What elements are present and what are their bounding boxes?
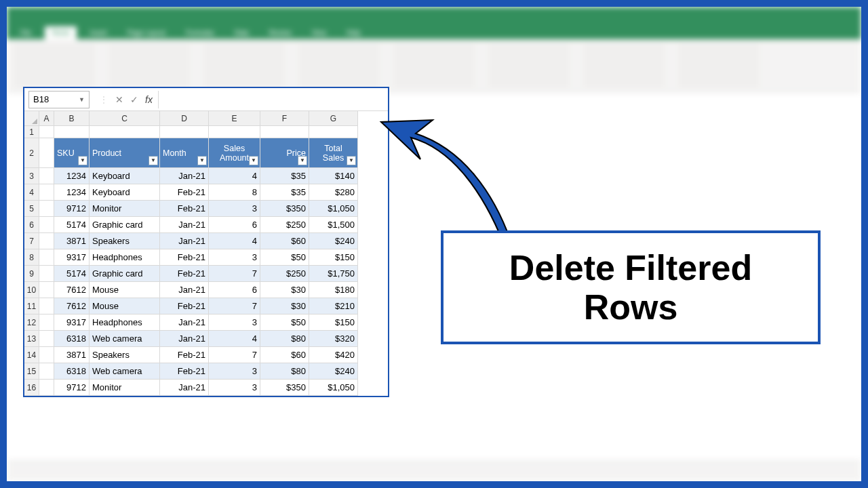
cell-amount[interactable]: 6: [209, 282, 260, 298]
cell[interactable]: [39, 347, 54, 363]
cell-amount[interactable]: 7: [209, 266, 260, 282]
cell-product[interactable]: Keyboard: [90, 168, 160, 184]
cell[interactable]: [39, 233, 54, 249]
cell-price[interactable]: $60: [260, 347, 309, 363]
cell-sku[interactable]: 6318: [54, 363, 90, 380]
tab-insert[interactable]: Insert: [83, 26, 114, 39]
cell-total[interactable]: $420: [309, 347, 358, 363]
cell-total[interactable]: $320: [309, 331, 358, 347]
row-header[interactable]: 14: [24, 347, 39, 363]
tab-view[interactable]: View: [305, 26, 334, 39]
row-header[interactable]: 2: [24, 138, 39, 168]
tab-help[interactable]: Help: [340, 26, 368, 39]
cell-price[interactable]: $250: [260, 217, 309, 233]
cell-month[interactable]: Jan-21: [160, 233, 209, 249]
cell-month[interactable]: Feb-21: [160, 201, 209, 217]
tab-formulas[interactable]: Formulas: [179, 26, 221, 39]
cell-amount[interactable]: 7: [209, 298, 260, 314]
cell-month[interactable]: Feb-21: [160, 347, 209, 363]
name-box-dropdown-icon[interactable]: ▼: [79, 96, 85, 103]
row-header[interactable]: 7: [24, 233, 39, 249]
cell-product[interactable]: Speakers: [90, 233, 160, 249]
tab-data[interactable]: Data: [228, 26, 256, 39]
cell-price[interactable]: $60: [260, 233, 309, 249]
cell[interactable]: [39, 266, 54, 282]
cell-total[interactable]: $1,050: [309, 380, 358, 396]
row-header[interactable]: 9: [24, 266, 39, 282]
cell-price[interactable]: $50: [260, 314, 309, 331]
cell-sku[interactable]: 5174: [54, 217, 90, 233]
col-header-f[interactable]: F: [260, 111, 309, 126]
row-header[interactable]: 12: [24, 314, 39, 331]
cell[interactable]: [160, 126, 209, 138]
cell-total[interactable]: $1,750: [309, 266, 358, 282]
col-header-b[interactable]: B: [54, 111, 90, 126]
row-header[interactable]: 4: [24, 184, 39, 201]
cell-amount[interactable]: 6: [209, 217, 260, 233]
cell-sku[interactable]: 1234: [54, 168, 90, 184]
row-header[interactable]: 13: [24, 331, 39, 347]
cell-product[interactable]: Speakers: [90, 347, 160, 363]
fx-icon[interactable]: fx: [145, 94, 153, 105]
cell-price[interactable]: $80: [260, 363, 309, 380]
row-header[interactable]: 16: [24, 380, 39, 396]
cell[interactable]: [39, 201, 54, 217]
col-header-e[interactable]: E: [209, 111, 260, 126]
filter-dropdown-icon[interactable]: ▼: [197, 156, 207, 165]
cell-amount[interactable]: 8: [209, 184, 260, 201]
cell[interactable]: [39, 138, 54, 168]
col-header-a[interactable]: A: [39, 111, 54, 126]
cell[interactable]: [39, 331, 54, 347]
col-header-c[interactable]: C: [90, 111, 160, 126]
cell-month[interactable]: Jan-21: [160, 168, 209, 184]
tab-review[interactable]: Review: [262, 26, 298, 39]
cell[interactable]: [39, 184, 54, 201]
cell-product[interactable]: Mouse: [90, 282, 160, 298]
cell-month[interactable]: Jan-21: [160, 282, 209, 298]
header-product[interactable]: Product ▼: [90, 138, 160, 168]
cell-sku[interactable]: 9712: [54, 201, 90, 217]
col-header-d[interactable]: D: [160, 111, 209, 126]
header-total-sales[interactable]: Total Sales ▼: [309, 138, 358, 168]
cell[interactable]: [54, 126, 90, 138]
cell-month[interactable]: Jan-21: [160, 217, 209, 233]
cell-month[interactable]: Feb-21: [160, 298, 209, 314]
cell-amount[interactable]: 4: [209, 233, 260, 249]
filter-dropdown-icon[interactable]: ▼: [149, 156, 158, 165]
cell-product[interactable]: Web camera: [90, 363, 160, 380]
cell-product[interactable]: Graphic card: [90, 266, 160, 282]
filter-dropdown-icon[interactable]: ▼: [249, 156, 258, 165]
cell-price[interactable]: $80: [260, 331, 309, 347]
filter-dropdown-icon[interactable]: ▼: [347, 156, 356, 165]
cell-total[interactable]: $240: [309, 363, 358, 380]
cell-month[interactable]: Feb-21: [160, 249, 209, 266]
cell-price[interactable]: $250: [260, 266, 309, 282]
cell[interactable]: [39, 314, 54, 331]
header-month[interactable]: Month ▼: [160, 138, 209, 168]
cell-sku[interactable]: 7612: [54, 282, 90, 298]
cell-sku[interactable]: 9317: [54, 249, 90, 266]
cell-amount[interactable]: 4: [209, 168, 260, 184]
cell-sku[interactable]: 1234: [54, 184, 90, 201]
filter-dropdown-icon[interactable]: ▼: [298, 156, 307, 165]
cell-amount[interactable]: 3: [209, 314, 260, 331]
name-box[interactable]: B18 ▼: [28, 91, 90, 108]
filter-dropdown-icon[interactable]: ▼: [78, 156, 87, 165]
cell-sku[interactable]: 7612: [54, 298, 90, 314]
cell-sku[interactable]: 3871: [54, 347, 90, 363]
cell-total[interactable]: $1,050: [309, 201, 358, 217]
cell-total[interactable]: $280: [309, 184, 358, 201]
cell-sku[interactable]: 3871: [54, 233, 90, 249]
cell-month[interactable]: Jan-21: [160, 331, 209, 347]
cell-product[interactable]: Headphones: [90, 314, 160, 331]
cell-sku[interactable]: 9317: [54, 314, 90, 331]
cell-product[interactable]: Keyboard: [90, 184, 160, 201]
cell-price[interactable]: $30: [260, 282, 309, 298]
cell[interactable]: [39, 217, 54, 233]
cell-amount[interactable]: 3: [209, 201, 260, 217]
cell-price[interactable]: $350: [260, 201, 309, 217]
cell[interactable]: [309, 126, 358, 138]
cell-total[interactable]: $1,500: [309, 217, 358, 233]
header-price[interactable]: Price ▼: [260, 138, 309, 168]
cell-sku[interactable]: 9712: [54, 380, 90, 396]
